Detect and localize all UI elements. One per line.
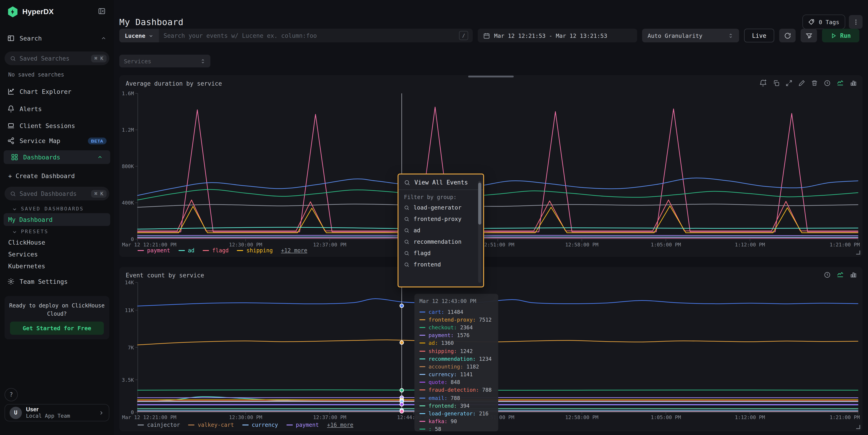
services-filter-select[interactable]: Services [119, 55, 210, 67]
dashboard-menu-button[interactable] [849, 15, 863, 29]
history-icon[interactable] [824, 80, 831, 86]
series-dash [420, 327, 425, 328]
tooltip-rows: cart: 11484 frontend-proxy: 7512 checkou… [420, 308, 493, 431]
question-icon: ? [9, 391, 13, 398]
group-filter-item[interactable]: flagd [399, 247, 483, 259]
line-chart-toggle-icon[interactable] [837, 271, 844, 278]
panel-resize-handle[interactable] [856, 425, 860, 429]
group-filter-item[interactable]: load-generator [399, 202, 483, 213]
series-dash [420, 366, 425, 367]
granularity-select[interactable]: Auto Granularity [642, 29, 739, 42]
sidebar-item-chart-explorer[interactable]: Chart Explorer [0, 86, 114, 97]
x-tick-label: 12:58:00 PM [565, 414, 598, 421]
line-chart-toggle-icon[interactable] [837, 79, 844, 87]
filter-button[interactable] [801, 29, 817, 42]
section-presets[interactable]: PRESETS [12, 229, 49, 235]
saved-dashboards-input[interactable]: Saved Dashboards ⌘ K [5, 187, 109, 200]
bar-chart-toggle-icon[interactable] [850, 79, 857, 87]
panel-resize-handle[interactable] [856, 251, 860, 255]
app-root: HyperDX Search Saved Searches ⌘ K No sav… [0, 0, 868, 435]
sidebar: HyperDX Search Saved Searches ⌘ K No sav… [0, 0, 114, 435]
tooltip-row: frontend: 394 [420, 402, 493, 410]
chart-legend: cainjectorvalkey-cartcurrencypayment+16 … [137, 422, 353, 428]
alert-add-icon[interactable] [760, 79, 767, 87]
refresh-icon [784, 32, 791, 39]
search-icon [404, 179, 410, 186]
create-dashboard-link[interactable]: + Create Dashboard [8, 172, 75, 180]
chart-plot-area[interactable] [137, 93, 858, 239]
series-dash [420, 358, 425, 359]
filter-edit-icon [805, 32, 812, 39]
popup-scrollbar[interactable] [478, 181, 482, 283]
legend-item[interactable]: payment [137, 247, 170, 254]
refresh-button[interactable] [779, 29, 796, 42]
tooltip-row: kafka: 90 [420, 417, 493, 425]
bar-chart-toggle-icon[interactable] [850, 271, 857, 278]
y-tick-label: 1.2M [122, 127, 134, 133]
delete-icon[interactable] [811, 80, 818, 86]
sidebar-item-alerts[interactable]: Alerts [0, 103, 114, 115]
event-search-input[interactable]: Search your events w/ Lucene ex. column:… [159, 29, 473, 42]
user-card[interactable]: U User Local App Team [5, 404, 109, 421]
user-team: Local App Team [26, 412, 70, 419]
live-button[interactable]: Live [744, 29, 774, 42]
tags-icon [808, 19, 815, 25]
history-icon[interactable] [824, 271, 831, 278]
x-tick-label: 1:05:00 PM [651, 414, 681, 421]
service-map-icon [7, 137, 14, 145]
series-dash [420, 335, 425, 336]
legend-item[interactable]: shipping [237, 247, 273, 254]
group-filter-item[interactable]: frontend [399, 259, 483, 270]
tooltip-row: load-generator: 216 [420, 410, 493, 417]
saved-searches-input[interactable]: Saved Searches ⌘ K [5, 52, 109, 65]
legend-item[interactable]: flagd [203, 247, 228, 254]
view-all-events-item[interactable]: View All Events [399, 175, 483, 190]
user-name: User [26, 407, 70, 412]
brand[interactable]: HyperDX [7, 6, 54, 17]
y-tick-label: 800K [122, 163, 134, 169]
sidebar-item-my-dashboard[interactable]: My Dashboard [4, 213, 110, 226]
sidebar-item-dashboards[interactable]: Dashboards [4, 150, 110, 164]
kebab-icon [852, 19, 859, 25]
run-button[interactable]: Run [822, 29, 859, 42]
sidebar-collapse-icon[interactable] [98, 7, 106, 15]
filter-by-group-label: Filter by group: [399, 190, 483, 202]
edit-icon[interactable] [798, 80, 805, 86]
help-button[interactable]: ? [5, 388, 18, 401]
expand-icon[interactable] [785, 80, 793, 86]
tooltip-row: currency: 1141 [420, 371, 493, 378]
preset-clickhouse[interactable]: ClickHouse [8, 239, 45, 246]
y-tick-label: 400K [122, 200, 134, 206]
date-range-picker[interactable]: Mar 12 12:21:53 - Mar 12 13:21:53 [478, 29, 637, 42]
duplicate-icon[interactable] [773, 80, 780, 86]
sidebar-item-service-map[interactable]: Service Map BETA [0, 135, 114, 147]
section-saved-dashboards[interactable]: SAVED DASHBOARDS [12, 206, 84, 212]
x-tick-label: 12:30:00 PM [229, 242, 262, 248]
legend-item[interactable]: currency [242, 422, 278, 428]
search-icon [10, 55, 16, 61]
chevron-down-icon [12, 229, 17, 235]
preset-services[interactable]: Services [8, 251, 38, 258]
group-filter-item[interactable]: frontend-proxy [399, 213, 483, 224]
sidebar-item-team-settings[interactable]: Team Settings [0, 276, 114, 287]
legend-item[interactable]: cainjector [137, 422, 180, 428]
query-language-select[interactable]: Lucene [119, 29, 159, 42]
legend-item[interactable]: valkey-cart [188, 422, 234, 428]
legend-more-link[interactable]: +16 more [327, 422, 353, 428]
event-search-box: Lucene Search your events w/ Lucene ex. … [119, 29, 473, 42]
group-filter-item[interactable]: ad [399, 224, 483, 236]
tags-button[interactable]: 0 Tags [802, 14, 845, 29]
group-filter-item[interactable]: recommendation [399, 236, 483, 247]
hyperdx-logo-icon [7, 6, 18, 17]
legend-item[interactable]: payment [286, 422, 319, 428]
shortcut-badge: ⌘ K [91, 55, 106, 62]
panel-drag-handle[interactable] [468, 75, 514, 77]
legend-more-link[interactable]: +12 more [281, 247, 307, 254]
legend-item[interactable]: ad [178, 247, 194, 254]
sidebar-item-search[interactable]: Search [0, 32, 114, 44]
preset-kubernetes[interactable]: Kubernetes [8, 262, 45, 270]
sidebar-item-client-sessions[interactable]: Client Sessions [0, 120, 114, 132]
x-tick-label: 12:58:00 PM [565, 242, 598, 248]
chevron-right-icon [98, 410, 104, 416]
get-started-button[interactable]: Get Started for Free [10, 321, 104, 335]
